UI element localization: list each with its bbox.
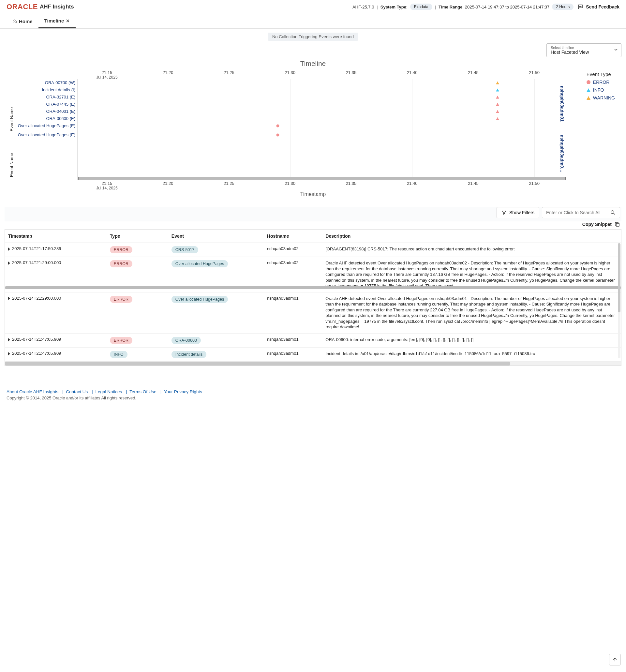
event-row-labels: ORA-00700 (W) Incident details (I) ORA-3… (15, 79, 77, 131)
cell-description: ORA-00600: internal error code, argument… (322, 334, 621, 347)
table-v-scrollbar[interactable] (618, 243, 621, 358)
expand-icon[interactable] (8, 338, 10, 341)
select-label: Select timeline (551, 46, 617, 50)
y-axis-label: Event Name (8, 79, 15, 131)
chevron-down-icon (614, 48, 618, 53)
event-badge: Over allocated HugePages (171, 296, 228, 303)
show-filters-label: Show Filters (509, 210, 534, 215)
cell-description: [ORAAGENT(63198)] CRS-5017: The resource… (322, 243, 621, 257)
legend-item-error[interactable]: ERROR (586, 79, 615, 85)
close-icon[interactable]: ✕ (66, 18, 70, 23)
marker-error[interactable] (496, 96, 499, 99)
cell-hostname: nshqah03adm01 (264, 334, 322, 347)
chart-legend: Event Type ERROR INFO WARNING (586, 71, 615, 103)
system-type-pill[interactable]: Exadata (410, 4, 432, 10)
chart-h-scrollbar[interactable] (78, 177, 566, 179)
svg-point-0 (580, 6, 580, 6)
footer-copyright: Copyright © 2014, 2025 Oracle and/or its… (6, 395, 620, 401)
duration-pill[interactable]: 2 Hours (552, 4, 574, 10)
marker-info[interactable] (496, 89, 499, 92)
chart-title: Timeline (8, 60, 618, 68)
table-row[interactable]: 2025-07-14T21:17:50.286ERRORCRS-5017nshq… (5, 243, 621, 257)
tab-timeline[interactable]: Timeline ✕ (39, 14, 76, 28)
logo: ORACLE AHF Insights (6, 3, 74, 11)
facet-label-1: nshqah03adm01 (559, 86, 565, 122)
feedback-label: Send Feedback (586, 4, 620, 9)
search-input[interactable] (546, 210, 610, 215)
expand-icon[interactable] (8, 352, 10, 355)
facet-label-2: nshqah03adm0… (559, 135, 565, 172)
cell-timestamp: 2025-07-14T21:47:05.909 (12, 337, 61, 342)
type-badge: ERROR (110, 337, 133, 344)
expand-icon[interactable] (8, 297, 10, 300)
copy-snippet-button[interactable]: Copy Snippet (582, 222, 612, 227)
show-filters-button[interactable]: Show Filters (497, 207, 539, 218)
feedback-icon (577, 4, 583, 10)
marker-error[interactable] (276, 124, 280, 127)
tab-home[interactable]: Home (6, 14, 39, 28)
logo-product: AHF Insights (40, 4, 74, 10)
event-badge: ORA-00600 (171, 337, 201, 344)
marker-error[interactable] (496, 110, 499, 113)
footer-link[interactable]: About Oracle AHF Insights (6, 389, 58, 394)
footer-links: About Oracle AHF Insights| Contact Us| L… (6, 389, 620, 394)
footer: About Oracle AHF Insights| Contact Us| L… (0, 370, 626, 408)
search-input-wrap[interactable] (542, 207, 620, 218)
svg-rect-4 (616, 223, 619, 226)
footer-link[interactable]: Terms Of Use (129, 389, 156, 394)
filter-icon (502, 210, 507, 215)
legend-item-info[interactable]: INFO (586, 88, 615, 93)
time-range-label: Time Range (438, 5, 462, 9)
table-overlay-scrollbar[interactable] (5, 286, 621, 289)
select-value: Host Faceted View (551, 50, 617, 55)
table-row[interactable]: 2025-07-14T21:47:05.909ERRORORA-00600nsh… (5, 334, 621, 347)
cell-hostname: nshqah03adm01 (264, 292, 322, 333)
col-description[interactable]: Description (322, 230, 621, 243)
type-badge: ERROR (110, 296, 133, 303)
tabbar: Home Timeline ✕ (0, 14, 626, 29)
legend-item-warning[interactable]: WARNING (586, 95, 615, 100)
tab-home-label: Home (19, 19, 32, 24)
table-row[interactable]: 2025-07-14T21:29:00.000ERROROver allocat… (5, 292, 621, 333)
home-icon (13, 19, 17, 23)
table-header-row: Timestamp Type Event Hostname Descriptio… (5, 230, 621, 243)
tab-timeline-label: Timeline (44, 18, 64, 23)
events-table: Timestamp Type Event Hostname Descriptio… (5, 229, 621, 366)
time-range-value: 2025-07-14 19:47:37 to 2025-07-14 21:47:… (465, 5, 550, 9)
col-event[interactable]: Event (168, 230, 264, 243)
col-timestamp[interactable]: Timestamp (5, 230, 106, 243)
event-badge: Incident details (171, 351, 207, 358)
marker-error[interactable] (276, 134, 280, 137)
filter-bar: Show Filters (5, 207, 621, 221)
marker-error[interactable] (496, 117, 499, 120)
svg-point-3 (611, 211, 614, 214)
expand-icon[interactable] (8, 262, 10, 265)
table-h-scrollbar[interactable] (5, 362, 621, 365)
copy-icon[interactable] (614, 221, 620, 227)
event-row-labels-2: Over allocated HugePages (E) (15, 131, 77, 177)
svg-point-2 (581, 6, 581, 6)
topbar: ORACLE AHF Insights AHF-25.7.0 | System … (0, 0, 626, 14)
timeline-view-select[interactable]: Select timeline Host Faceted View (547, 43, 621, 57)
footer-link[interactable]: Contact Us (66, 389, 88, 394)
type-badge: ERROR (110, 260, 133, 267)
ahf-version: AHF-25.7.0 (353, 5, 374, 9)
marker-error[interactable] (496, 103, 499, 106)
logo-brand: ORACLE (6, 3, 38, 11)
expand-icon[interactable] (8, 247, 10, 251)
table-row[interactable]: 2025-07-14T21:47:05.909INFOIncident deta… (5, 347, 621, 362)
legend-title: Event Type (586, 71, 615, 77)
footer-link[interactable]: Your Privacy Rights (164, 389, 202, 394)
footer-link[interactable]: Legal Notices (95, 389, 122, 394)
marker-warning[interactable] (496, 81, 499, 85)
cell-timestamp: 2025-07-14T21:17:50.286 (12, 246, 61, 251)
timeline-chart: Timeline 21:15Jul 14, 2025 21:20 21:25 2… (5, 60, 621, 207)
cell-hostname: nshqah03adm01 (264, 347, 322, 362)
chart-plot-area-2[interactable]: nshqah03adm0… (77, 131, 566, 177)
chart-plot-area-1[interactable]: nshqah03adm01 (77, 79, 566, 131)
col-hostname[interactable]: Hostname (264, 230, 322, 243)
banner-text: No Collection Triggering Events were fou… (268, 32, 358, 41)
col-type[interactable]: Type (106, 230, 168, 243)
cell-description: Oracle AHF detected event Over allocated… (322, 292, 621, 333)
send-feedback-button[interactable]: Send Feedback (577, 4, 620, 10)
